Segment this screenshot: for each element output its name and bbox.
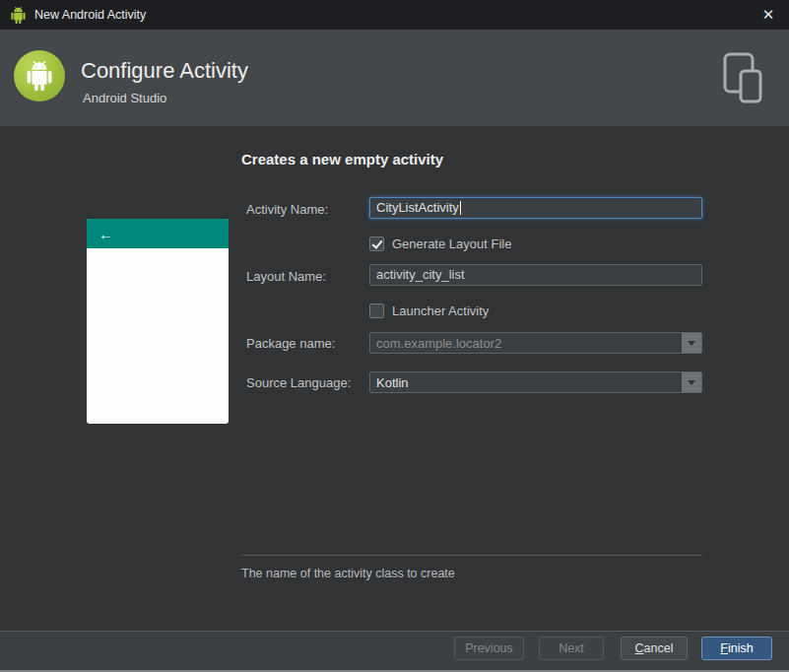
wizard-header: Configure Activity Android Studio (0, 30, 789, 126)
wizard-title: Configure Activity (81, 58, 248, 84)
field-hint-text: The name of the activity class to create (241, 567, 455, 580)
cancel-button[interactable]: Cancel (621, 637, 688, 660)
wizard-subtitle: Android Studio (83, 91, 166, 105)
layout-name-input[interactable]: activity_city_list (369, 264, 702, 286)
source-language-value: Kotlin (376, 375, 409, 390)
cancel-button-label: Cancel (635, 641, 674, 655)
activity-name-value: CityListActivity (376, 198, 459, 218)
launcher-activity-checkbox-row[interactable]: Launcher Activity (369, 302, 489, 318)
chevron-down-icon[interactable] (682, 333, 701, 353)
package-name-label: Package name: (246, 336, 335, 351)
android-studio-logo-icon (12, 48, 67, 103)
chevron-down-icon[interactable] (682, 372, 701, 392)
title-bar: New Android Activity ✕ (0, 0, 789, 30)
next-button[interactable]: Next (539, 637, 604, 660)
window-title: New Android Activity (34, 8, 146, 22)
page-title: Creates a new empty activity (241, 151, 443, 168)
generate-layout-file-checkbox[interactable] (369, 236, 384, 251)
new-android-activity-dialog: New Android Activity ✕ Configure Activit… (0, 0, 789, 672)
generate-layout-file-label: Generate Layout File (392, 236, 511, 251)
package-name-combobox[interactable]: com.example.locator2 (369, 332, 702, 354)
android-icon (10, 7, 27, 24)
previous-button-label: Previous (465, 641, 513, 655)
launcher-activity-checkbox[interactable] (369, 303, 384, 318)
source-language-dropdown[interactable]: Kotlin (369, 371, 702, 393)
activity-name-label: Activity Name: (246, 202, 328, 217)
text-caret (460, 201, 461, 215)
source-language-label: Source Language: (246, 375, 351, 390)
finish-button[interactable]: Finish (701, 637, 772, 660)
finish-button-label: Finish (720, 641, 753, 655)
package-name-value: com.example.locator2 (376, 336, 501, 351)
hint-separator (241, 555, 702, 556)
activity-name-input[interactable]: CityListActivity (369, 197, 702, 219)
generate-layout-file-checkbox-row[interactable]: Generate Layout File (369, 235, 511, 251)
next-button-label: Next (559, 641, 584, 655)
activity-preview: ← (87, 219, 229, 424)
layout-name-value: activity_city_list (376, 265, 465, 285)
device-preview-icon (717, 51, 768, 104)
launcher-activity-label: Launcher Activity (392, 303, 489, 318)
previous-button[interactable]: Previous (454, 637, 524, 660)
activity-preview-appbar: ← (87, 219, 229, 248)
close-icon[interactable]: ✕ (757, 4, 779, 26)
back-arrow-icon: ← (99, 227, 113, 241)
layout-name-label: Layout Name: (246, 269, 326, 284)
